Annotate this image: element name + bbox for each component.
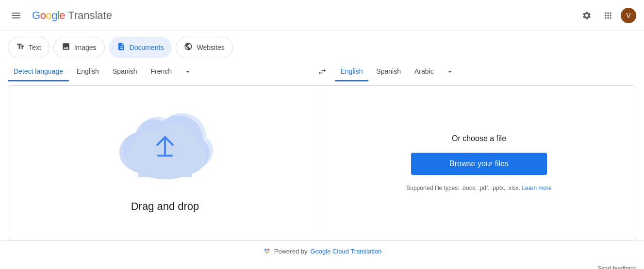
swap-languages-button[interactable] [310,62,335,81]
header: Google Translate V [0,0,644,31]
mode-tabs: Text Images Documents Websites [0,31,644,58]
learn-more-link[interactable]: Learn more [522,185,551,191]
websites-tab-icon [184,42,193,53]
powered-by-footer: Powered by Google Cloud Translation [0,240,644,261]
svg-rect-8 [138,157,192,177]
supported-types-text: Supported file types: .docx, .pdf, .pptx… [406,185,552,191]
feedback-bar: Send feedback [0,261,644,269]
translate-area: Drag and drop Or choose a file Browse yo… [8,85,636,240]
logo-translate-text: Translate [68,9,112,22]
source-lang-more-button[interactable] [180,63,196,81]
svg-rect-2 [12,17,20,18]
cloud-icon-wrapper [116,113,214,190]
language-selector-section: Detect language English Spanish French E… [0,62,644,81]
target-lang-row: English Spanish Arabic [335,62,637,81]
gcp-logo-icon [263,247,271,255]
app-logo[interactable]: Google Translate [32,9,112,22]
tab-text-label: Text [29,44,41,51]
drag-drop-text: Drag and drop [131,200,199,213]
target-lang-spanish[interactable]: Spanish [370,63,407,81]
svg-rect-0 [12,13,20,14]
cloud-icon [116,113,214,183]
tab-websites[interactable]: Websites [176,37,232,58]
tab-documents[interactable]: Documents [109,37,172,58]
svg-point-9 [264,249,266,251]
choose-title: Or choose a file [452,134,506,143]
apps-button[interactable] [599,7,617,24]
header-right: V [578,7,636,24]
target-lang-arabic[interactable]: Arabic [409,63,440,81]
hamburger-menu-button[interactable] [8,9,24,22]
images-tab-icon [62,42,70,53]
powered-by-text: Powered by [274,248,308,255]
svg-rect-1 [12,15,20,16]
svg-point-10 [267,249,269,251]
source-lang-detect[interactable]: Detect language [8,63,69,81]
target-lang-english[interactable]: English [335,63,369,81]
avatar[interactable]: V [621,8,636,23]
target-lang-more-button[interactable] [442,63,458,81]
tab-images-label: Images [74,44,97,51]
documents-tab-icon [117,42,126,53]
source-lang-english[interactable]: English [71,63,105,81]
drop-zone[interactable]: Drag and drop [8,86,322,240]
browse-files-button[interactable]: Browse your files [411,153,547,175]
tab-documents-label: Documents [130,44,164,51]
source-lang-spanish[interactable]: Spanish [107,63,143,81]
source-lang-row: Detect language English Spanish French [8,62,310,81]
svg-point-12 [266,252,267,253]
tab-websites-label: Websites [197,44,224,51]
source-lang-french[interactable]: French [145,63,178,81]
send-feedback-link[interactable]: Send feedback [597,265,636,269]
google-cloud-translation-link[interactable]: Google Cloud Translation [310,248,381,255]
tab-text[interactable]: Text [8,37,50,58]
choose-area: Or choose a file Browse your files Suppo… [322,86,636,240]
tab-images[interactable]: Images [53,37,105,58]
header-left: Google Translate [8,9,112,22]
settings-button[interactable] [578,7,595,24]
text-tab-icon [16,42,25,53]
logo-text: Google [32,9,65,22]
